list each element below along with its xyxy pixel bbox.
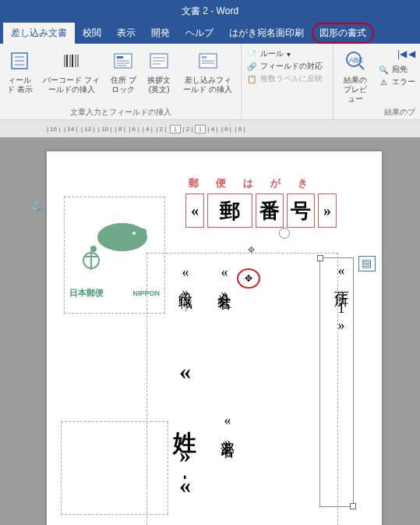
barcode-field-label: バーコード フィールドの挿入 xyxy=(43,76,101,94)
svg-point-31 xyxy=(90,246,97,252)
postal-cell-close: » xyxy=(318,193,337,228)
horizontal-ruler[interactable]: | 16 | | 14 | | 12 | | 10 | | 8 | | 6 | … xyxy=(0,120,420,137)
check-errors-button[interactable]: ⚠エラー xyxy=(378,76,415,87)
nav-arrows: |◀ ◀ xyxy=(397,48,415,59)
insert-merge-field-icon xyxy=(196,48,221,73)
greeting-line-button[interactable]: 挨拶文 (英文) xyxy=(145,47,174,96)
find-recipient-button[interactable]: 🔍宛先 xyxy=(378,64,415,75)
svg-rect-20 xyxy=(202,56,206,59)
stamp-label-jp: 日本郵便 xyxy=(69,287,104,299)
tab-hagaki-print[interactable]: はがき宛名面印刷 xyxy=(221,23,312,44)
barcode-field-button[interactable]: バーコード フィールドの挿入 xyxy=(41,47,102,96)
chevron-down-icon: ▾ xyxy=(287,50,291,59)
down-arrow-icon: ↓ xyxy=(180,302,192,314)
ribbon: ィールド 表示 バーコード フィールドの挿入 住所 ブロック 挨拶文 (英文) … xyxy=(0,44,420,120)
paragraph-mark: ↵ xyxy=(224,452,232,460)
greeting-line-icon xyxy=(146,48,171,73)
match-fields-icon: 🔗 xyxy=(246,61,257,72)
cursor-highlight: ✥ xyxy=(237,268,260,289)
paragraph-mark: ↵ xyxy=(221,303,229,312)
svg-point-26 xyxy=(97,223,147,251)
sender-frame[interactable] xyxy=(61,421,168,515)
field-open-chevron: « xyxy=(172,472,198,499)
address-block-button[interactable]: 住所 ブロック xyxy=(108,47,139,96)
tab-mailings[interactable]: 差し込み文書 xyxy=(3,23,75,44)
layout-options-icon[interactable] xyxy=(358,256,376,271)
postal-cell-2: 番 xyxy=(256,193,284,228)
postal-code-row[interactable]: « 郵 番 号 » xyxy=(185,193,337,228)
svg-rect-11 xyxy=(117,56,123,59)
ribbon-group-preview-caption: 結果のプ xyxy=(338,105,415,118)
svg-line-25 xyxy=(359,65,364,69)
app-title: 文書 2 - Word xyxy=(182,5,238,18)
ribbon-group-fields-caption: 文章入力とフィールドの挿入 xyxy=(5,105,236,118)
ruler-indent-left[interactable]: 1 xyxy=(170,125,181,133)
tab-developer[interactable]: 開発 xyxy=(143,23,178,44)
field-surname: « 姓 » xyxy=(172,358,198,469)
insert-merge-field-button[interactable]: 差し込みフィールド の挿入 xyxy=(180,47,236,96)
ruler-indent-right[interactable]: 1 xyxy=(195,125,206,133)
field-company: «会社名» xyxy=(217,264,232,303)
postal-cell-1: 郵 xyxy=(207,193,252,228)
highlight-fields-button[interactable]: ィールド 表示 xyxy=(5,47,35,96)
preview-results-label: 結果の プレビュー xyxy=(340,76,370,104)
match-fields-button[interactable]: 🔗フィールドの対応 xyxy=(246,61,328,72)
ribbon-tabs: 差し込み文書 校閲 表示 開発 ヘルプ はがき宛名面印刷 図形の書式 xyxy=(0,22,420,44)
update-labels-button: 📋複数ラベルに反映 xyxy=(246,73,328,84)
tab-help[interactable]: ヘルプ xyxy=(178,23,221,44)
ribbon-group-fields: ィールド 表示 バーコード フィールドの挿入 住所 ブロック 挨拶文 (英文) … xyxy=(0,44,242,119)
preview-results-icon: ABC xyxy=(343,48,368,73)
move-cursor-icon: ✥ xyxy=(245,273,252,284)
anchor-icon[interactable]: ⚓ xyxy=(30,198,43,211)
update-labels-icon: 📋 xyxy=(246,73,257,84)
page: ⚓ 日本郵便 NIPPON 郵 xyxy=(47,151,382,525)
greeting-line-label: 挨拶文 (英文) xyxy=(146,76,172,94)
postal-cell-3: 号 xyxy=(287,193,315,228)
document-canvas[interactable]: ⚓ 日本郵便 NIPPON 郵 xyxy=(0,137,420,525)
nav-first-icon[interactable]: |◀ xyxy=(397,48,407,59)
svg-point-27 xyxy=(132,232,136,235)
ribbon-group-rules: 📄ルール▾ 🔗フィールドの対応 📋複数ラベルに反映 xyxy=(242,44,334,119)
highlight-fields-label: ィールド 表示 xyxy=(6,76,34,94)
rules-icon: 📄 xyxy=(246,48,257,59)
tab-review[interactable]: 校閲 xyxy=(75,23,109,44)
rules-button[interactable]: 📄ルール▾ xyxy=(246,48,328,59)
address-block-label: 住所 ブロック xyxy=(110,76,137,94)
address-block-icon xyxy=(111,48,136,73)
move-handle-icon[interactable]: ✥ xyxy=(248,245,255,255)
svg-text:ABC: ABC xyxy=(349,56,364,64)
main-text-frame[interactable]: «会社名»↵ «役職»↓ « 姓 »・・« «部署名»↵ xyxy=(146,253,338,525)
insert-merge-field-label: 差し込みフィールド の挿入 xyxy=(182,76,235,94)
tab-view[interactable]: 表示 xyxy=(109,23,143,44)
field-position: «役職» xyxy=(178,264,193,302)
title-bar: 文書 2 - Word xyxy=(0,0,420,22)
nav-prev-icon[interactable]: ◀ xyxy=(408,48,415,59)
postal-cell-open: « xyxy=(185,193,204,228)
check-errors-icon: ⚠ xyxy=(378,76,389,87)
find-recipient-icon: 🔍 xyxy=(378,64,389,75)
rotate-handle-icon[interactable] xyxy=(279,228,290,239)
field-department: «部署名» xyxy=(220,413,235,452)
barcode-icon xyxy=(59,48,84,73)
preview-results-button[interactable]: ABC 結果の プレビュー xyxy=(338,47,372,105)
tab-shape-format[interactable]: 図形の書式 xyxy=(312,23,374,44)
hagaki-header: 郵 便 は が き xyxy=(189,176,308,190)
highlight-fields-icon xyxy=(7,48,32,73)
